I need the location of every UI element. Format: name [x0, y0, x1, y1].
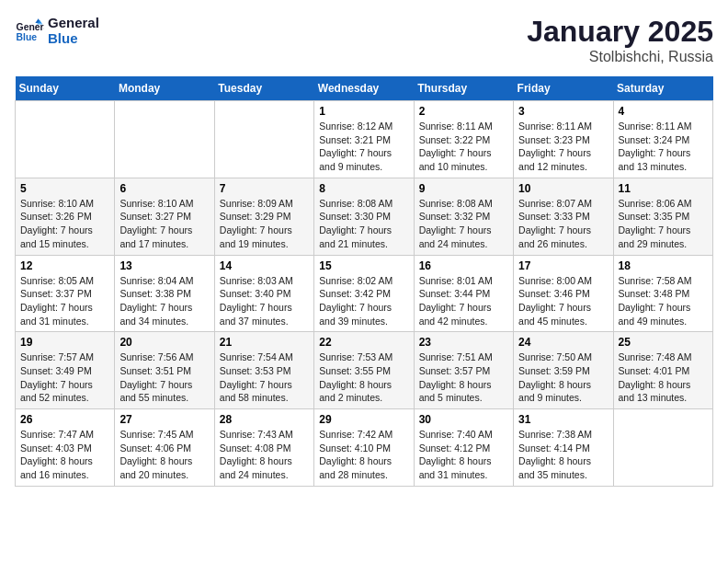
day-number: 15 — [319, 259, 408, 272]
day-info: Sunrise: 8:02 AM Sunset: 3:42 PM Dayligh… — [319, 274, 408, 328]
day-number: 12 — [20, 259, 109, 272]
day-number: 29 — [319, 413, 408, 426]
day-number: 25 — [619, 336, 708, 349]
calendar-cell: 26Sunrise: 7:47 AM Sunset: 4:03 PM Dayli… — [16, 409, 115, 487]
calendar-cell: 14Sunrise: 8:03 AM Sunset: 3:40 PM Dayli… — [214, 255, 313, 332]
week-row-5: 26Sunrise: 7:47 AM Sunset: 4:03 PM Dayli… — [16, 409, 713, 487]
day-number: 16 — [419, 259, 508, 272]
day-number: 13 — [119, 259, 209, 272]
day-number: 24 — [518, 336, 608, 349]
day-number: 7 — [220, 182, 309, 195]
calendar-cell: 7Sunrise: 8:09 AM Sunset: 3:29 PM Daylig… — [214, 178, 313, 255]
day-info: Sunrise: 7:53 AM Sunset: 3:55 PM Dayligh… — [319, 350, 408, 405]
calendar-cell: 16Sunrise: 8:01 AM Sunset: 3:44 PM Dayli… — [414, 255, 513, 332]
calendar-table: SundayMondayTuesdayWednesdayThursdayFrid… — [15, 76, 713, 487]
day-info: Sunrise: 8:11 AM Sunset: 3:23 PM Dayligh… — [518, 120, 608, 174]
calendar-cell: 20Sunrise: 7:56 AM Sunset: 3:51 PM Dayli… — [115, 332, 214, 409]
day-info: Sunrise: 7:47 AM Sunset: 4:03 PM Dayligh… — [20, 428, 109, 482]
day-number: 31 — [518, 413, 608, 426]
week-row-3: 12Sunrise: 8:05 AM Sunset: 3:37 PM Dayli… — [16, 255, 713, 332]
day-info: Sunrise: 8:07 AM Sunset: 3:33 PM Dayligh… — [518, 197, 608, 251]
calendar-title: January 2025 — [527, 15, 713, 49]
day-info: Sunrise: 8:05 AM Sunset: 3:37 PM Dayligh… — [20, 274, 109, 328]
calendar-cell: 19Sunrise: 7:57 AM Sunset: 3:49 PM Dayli… — [16, 332, 115, 409]
day-number: 2 — [419, 105, 508, 118]
calendar-cell: 21Sunrise: 7:54 AM Sunset: 3:53 PM Dayli… — [214, 332, 313, 409]
calendar-cell: 23Sunrise: 7:51 AM Sunset: 3:57 PM Dayli… — [414, 332, 513, 409]
day-number: 11 — [619, 182, 708, 195]
calendar-cell: 28Sunrise: 7:43 AM Sunset: 4:08 PM Dayli… — [214, 409, 313, 487]
header-tuesday: Tuesday — [214, 76, 313, 101]
week-row-1: 1Sunrise: 8:12 AM Sunset: 3:21 PM Daylig… — [16, 101, 713, 178]
calendar-cell: 13Sunrise: 8:04 AM Sunset: 3:38 PM Dayli… — [115, 255, 214, 332]
day-number: 21 — [220, 336, 309, 349]
calendar-cell — [613, 409, 712, 487]
calendar-cell: 3Sunrise: 8:11 AM Sunset: 3:23 PM Daylig… — [514, 101, 613, 178]
day-number: 17 — [518, 259, 608, 272]
calendar-cell: 25Sunrise: 7:48 AM Sunset: 4:01 PM Dayli… — [613, 332, 712, 409]
logo-line2: Blue — [48, 30, 99, 46]
calendar-subtitle: Stolbishchi, Russia — [527, 49, 713, 65]
day-info: Sunrise: 7:54 AM Sunset: 3:53 PM Dayligh… — [220, 350, 309, 405]
day-info: Sunrise: 7:43 AM Sunset: 4:08 PM Dayligh… — [220, 428, 309, 482]
calendar-cell: 30Sunrise: 7:40 AM Sunset: 4:12 PM Dayli… — [414, 409, 513, 487]
day-number: 28 — [220, 413, 309, 426]
day-number: 23 — [419, 336, 508, 349]
calendar-cell: 12Sunrise: 8:05 AM Sunset: 3:37 PM Dayli… — [16, 255, 115, 332]
calendar-cell: 8Sunrise: 8:08 AM Sunset: 3:30 PM Daylig… — [314, 178, 414, 255]
day-info: Sunrise: 8:11 AM Sunset: 3:24 PM Dayligh… — [619, 120, 708, 174]
day-info: Sunrise: 8:11 AM Sunset: 3:22 PM Dayligh… — [419, 120, 508, 174]
page-header: General Blue General Blue January 2025 S… — [15, 15, 713, 65]
header-saturday: Saturday — [613, 76, 712, 101]
calendar-cell: 5Sunrise: 8:10 AM Sunset: 3:26 PM Daylig… — [16, 178, 115, 255]
day-number: 5 — [20, 182, 109, 195]
title-block: January 2025 Stolbishchi, Russia — [527, 15, 713, 65]
day-number: 8 — [319, 182, 408, 195]
calendar-cell: 6Sunrise: 8:10 AM Sunset: 3:27 PM Daylig… — [115, 178, 214, 255]
day-number: 6 — [119, 182, 209, 195]
calendar-cell: 1Sunrise: 8:12 AM Sunset: 3:21 PM Daylig… — [314, 101, 414, 178]
day-number: 26 — [20, 413, 109, 426]
day-info: Sunrise: 8:00 AM Sunset: 3:46 PM Dayligh… — [518, 274, 608, 328]
day-info: Sunrise: 7:38 AM Sunset: 4:14 PM Dayligh… — [518, 428, 608, 482]
calendar-cell: 18Sunrise: 7:58 AM Sunset: 3:48 PM Dayli… — [613, 255, 712, 332]
calendar-cell: 17Sunrise: 8:00 AM Sunset: 3:46 PM Dayli… — [514, 255, 613, 332]
day-info: Sunrise: 7:45 AM Sunset: 4:06 PM Dayligh… — [119, 428, 209, 482]
calendar-cell: 29Sunrise: 7:42 AM Sunset: 4:10 PM Dayli… — [314, 409, 414, 487]
day-info: Sunrise: 8:06 AM Sunset: 3:35 PM Dayligh… — [619, 197, 708, 251]
header-friday: Friday — [514, 76, 613, 101]
day-number: 4 — [619, 105, 708, 118]
svg-text:Blue: Blue — [17, 32, 38, 42]
day-info: Sunrise: 8:09 AM Sunset: 3:29 PM Dayligh… — [220, 197, 309, 251]
day-info: Sunrise: 7:58 AM Sunset: 3:48 PM Dayligh… — [619, 274, 708, 328]
day-info: Sunrise: 8:03 AM Sunset: 3:40 PM Dayligh… — [220, 274, 309, 328]
day-info: Sunrise: 8:01 AM Sunset: 3:44 PM Dayligh… — [419, 274, 508, 328]
calendar-header-row: SundayMondayTuesdayWednesdayThursdayFrid… — [16, 76, 713, 101]
logo-line1: General — [48, 15, 99, 30]
header-sunday: Sunday — [16, 76, 115, 101]
calendar-cell — [214, 101, 313, 178]
day-number: 19 — [20, 336, 109, 349]
calendar-cell: 31Sunrise: 7:38 AM Sunset: 4:14 PM Dayli… — [514, 409, 613, 487]
day-number: 3 — [518, 105, 608, 118]
day-info: Sunrise: 7:42 AM Sunset: 4:10 PM Dayligh… — [319, 428, 408, 482]
day-info: Sunrise: 8:10 AM Sunset: 3:26 PM Dayligh… — [20, 197, 109, 251]
header-wednesday: Wednesday — [314, 76, 414, 101]
day-info: Sunrise: 7:48 AM Sunset: 4:01 PM Dayligh… — [619, 350, 708, 405]
calendar-cell: 11Sunrise: 8:06 AM Sunset: 3:35 PM Dayli… — [613, 178, 712, 255]
logo-icon: General Blue — [15, 16, 44, 45]
header-monday: Monday — [115, 76, 214, 101]
logo: General Blue General Blue — [15, 15, 99, 46]
calendar-cell: 9Sunrise: 8:08 AM Sunset: 3:32 PM Daylig… — [414, 178, 513, 255]
calendar-cell — [115, 101, 214, 178]
day-number: 1 — [319, 105, 408, 118]
day-number: 27 — [119, 413, 209, 426]
calendar-cell: 22Sunrise: 7:53 AM Sunset: 3:55 PM Dayli… — [314, 332, 414, 409]
day-info: Sunrise: 8:10 AM Sunset: 3:27 PM Dayligh… — [119, 197, 209, 251]
calendar-cell: 4Sunrise: 8:11 AM Sunset: 3:24 PM Daylig… — [613, 101, 712, 178]
day-info: Sunrise: 7:56 AM Sunset: 3:51 PM Dayligh… — [119, 350, 209, 405]
day-number: 20 — [119, 336, 209, 349]
calendar-cell: 10Sunrise: 8:07 AM Sunset: 3:33 PM Dayli… — [514, 178, 613, 255]
calendar-cell: 2Sunrise: 8:11 AM Sunset: 3:22 PM Daylig… — [414, 101, 513, 178]
calendar-cell: 27Sunrise: 7:45 AM Sunset: 4:06 PM Dayli… — [115, 409, 214, 487]
